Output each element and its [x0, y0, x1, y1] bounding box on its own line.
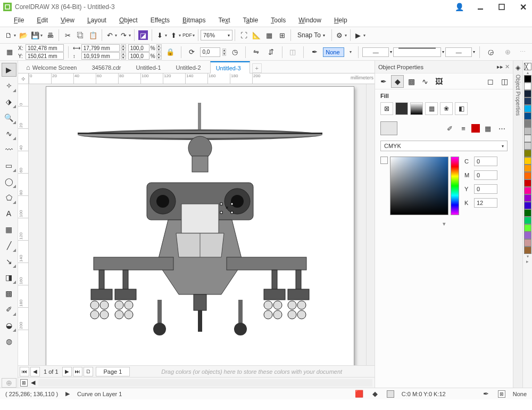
no-fill-button[interactable]: ⊠	[380, 102, 393, 115]
palette-swatch[interactable]	[524, 239, 531, 247]
height-spinner[interactable]: ▴▾	[121, 52, 126, 60]
palette-swatch[interactable]	[524, 217, 531, 224]
docker-toggle-icon[interactable]: ◈	[516, 64, 520, 71]
palette-swatch[interactable]	[524, 172, 531, 179]
new-doc-button[interactable]: 🗋	[3, 29, 17, 42]
save-button[interactable]: 💾	[30, 29, 44, 42]
tab-welcome[interactable]: Welcome Screen	[20, 61, 86, 73]
horizontal-ruler[interactable]: 020406080100120140160180200 millimeters	[29, 73, 375, 84]
artistic-media-tool[interactable]: 〰	[2, 143, 16, 157]
first-page-button[interactable]: ⏮	[20, 367, 29, 376]
search-content-button[interactable]: ◪	[137, 29, 149, 42]
maximize-button[interactable]	[496, 2, 508, 12]
text-tool[interactable]: A	[2, 207, 16, 220]
eyedropper-icon[interactable]: ✐	[444, 123, 455, 134]
color-sliders-icon[interactable]: ≡	[458, 123, 469, 134]
scale-x-input[interactable]: 100,0	[128, 44, 149, 52]
color-field-picker[interactable]	[390, 157, 448, 215]
palette-swatch[interactable]	[524, 232, 531, 239]
nofill-icon[interactable]: ⊠	[20, 379, 28, 387]
last-page-button[interactable]: ⏭	[73, 367, 82, 376]
pick-tool[interactable]: ▶	[2, 63, 16, 77]
two-color-pattern-button[interactable]: ◧	[455, 102, 468, 115]
tab-file-2[interactable]: Untitled-1	[130, 61, 170, 73]
uniform-fill-button[interactable]	[395, 102, 408, 115]
add-page-button[interactable]: 🗋	[84, 367, 93, 376]
y-position-input[interactable]: 150,621 mm	[26, 52, 64, 60]
vector-pattern-button[interactable]: ▦	[425, 102, 438, 115]
magenta-input[interactable]: 0	[474, 170, 497, 180]
page-tab[interactable]: Page 1	[96, 367, 130, 376]
menu-tools[interactable]: Tools	[264, 14, 292, 26]
tab-mode-icon[interactable]: ◫	[498, 75, 511, 88]
tab-file-4[interactable]: Untitled-3	[210, 61, 250, 73]
yellow-input[interactable]: 0	[474, 184, 497, 194]
freehand-tool[interactable]: ∿	[2, 127, 16, 141]
paste-button[interactable]: 📋	[87, 29, 99, 42]
interactive-fill-tool[interactable]: ◒	[2, 318, 16, 332]
menu-table[interactable]: Table	[237, 14, 265, 26]
cyan-input[interactable]: 0	[474, 157, 497, 166]
smart-fill-tool[interactable]: ◍	[2, 334, 16, 348]
palette-swatch[interactable]	[524, 224, 531, 232]
palette-no-fill[interactable]: ╳	[524, 63, 531, 70]
color-viewer-icon[interactable]	[471, 124, 480, 133]
width-spinner[interactable]: ▴▾	[121, 44, 126, 52]
menu-help[interactable]: Help	[328, 14, 354, 26]
menu-effects[interactable]: Effects	[144, 14, 176, 26]
mirror-v-button[interactable]: ⇵	[265, 46, 278, 59]
minimize-button[interactable]	[475, 2, 486, 12]
summary-tab-icon[interactable]: 🖼	[433, 75, 445, 88]
zoom-level-input[interactable]: 76%▾	[201, 30, 232, 40]
quick-customize-toolbox[interactable]: ⊕	[2, 378, 16, 388]
ruler-origin[interactable]: ⊹	[18, 73, 29, 84]
transparency-tool[interactable]: ▩	[2, 286, 16, 300]
rulers-button[interactable]: 📐	[250, 29, 263, 42]
user-icon[interactable]: 👤	[453, 2, 465, 12]
vertical-ruler[interactable]: 020406080100120140160180200	[18, 84, 29, 365]
palette-swatch[interactable]	[524, 202, 531, 209]
ellipse-tool[interactable]: ◯	[2, 175, 16, 188]
rotation-input[interactable]: 0,0	[200, 47, 220, 57]
menu-view[interactable]: View	[54, 14, 81, 26]
docker-tab-label[interactable]: Object Properties	[515, 71, 521, 119]
scale-y-input[interactable]: 100,0	[128, 52, 149, 60]
black-input[interactable]: 12	[474, 198, 497, 208]
shape-tool[interactable]: ✧	[2, 79, 16, 93]
palette-scroll-down[interactable]: ▾	[527, 254, 529, 259]
export-button[interactable]: ⬆	[168, 29, 182, 42]
wrap-text-button[interactable]: ◶	[484, 46, 497, 59]
hscrollbar[interactable]	[38, 379, 372, 387]
polygon-tool[interactable]: ⬠	[2, 191, 16, 204]
palette-swatch[interactable]	[524, 90, 531, 97]
add-tab-button[interactable]: +	[252, 63, 262, 73]
eyedropper-tool[interactable]: ✐	[2, 302, 16, 316]
guidelines-button[interactable]: ⊞	[276, 29, 288, 42]
menu-file[interactable]: File	[7, 14, 30, 26]
palette-swatch[interactable]	[524, 157, 531, 165]
palette-swatch[interactable]	[524, 127, 531, 135]
close-button[interactable]: ✕	[517, 2, 529, 12]
palette-swatch[interactable]	[524, 142, 531, 150]
start-arrow-dropdown[interactable]: —	[362, 47, 389, 57]
current-fill-swatch[interactable]	[380, 121, 397, 135]
undo-button[interactable]: ↶	[104, 29, 118, 42]
rotation-spinner[interactable]: ▴▾	[222, 48, 226, 56]
scroll-left[interactable]: ◀	[31, 379, 35, 386]
open-button[interactable]: 📂	[17, 29, 30, 42]
rectangle-tool[interactable]: ▭	[2, 159, 16, 173]
palette-swatch[interactable]	[524, 83, 531, 90]
connector-tool[interactable]: ↘	[2, 255, 16, 268]
palette-swatch[interactable]	[524, 105, 531, 112]
palette-swatch[interactable]	[524, 247, 531, 254]
outline-width-input[interactable]: None	[323, 47, 344, 57]
next-page-button[interactable]: ▶	[62, 367, 72, 376]
object-origin-icon[interactable]: ▦	[3, 46, 16, 59]
expand-section-button[interactable]: ▾	[375, 218, 513, 229]
palette-swatch[interactable]	[524, 120, 531, 127]
launch-button[interactable]: ▶	[353, 29, 367, 42]
palette-flyout[interactable]: ▸	[526, 259, 529, 264]
palette-swatch[interactable]	[524, 187, 531, 194]
fill-tab-icon[interactable]: ◆	[391, 75, 404, 88]
palette-swatch[interactable]	[524, 194, 531, 202]
